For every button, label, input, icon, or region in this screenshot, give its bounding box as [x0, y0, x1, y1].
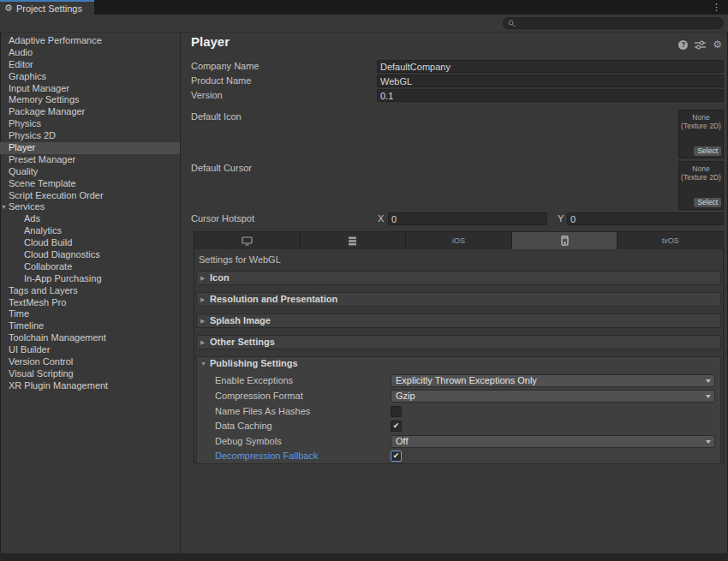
default-cursor-picker[interactable]: None (Texture 2D) Select	[678, 161, 724, 210]
tab-project-settings[interactable]: ⚙ Project Settings	[0, 0, 94, 15]
version-input[interactable]	[377, 89, 724, 102]
platform-tab-bar: iOS tvOS	[194, 232, 723, 249]
sidebar-item-time[interactable]: Time	[0, 308, 180, 320]
default-icon-picker[interactable]: None (Texture 2D) Select	[678, 110, 724, 158]
hotspot-x-input[interactable]	[388, 212, 547, 225]
sidebar-item-collaborate[interactable]: Collaborate	[0, 261, 180, 273]
search-input[interactable]	[516, 19, 723, 28]
sidebar-item-preset-manager[interactable]: Preset Manager	[0, 154, 180, 166]
section-resolution-and-presentation[interactable]: ▶ Resolution and Presentation	[196, 292, 721, 307]
sidebar-item-input-manager[interactable]: Input Manager	[0, 83, 180, 95]
section-splash-image[interactable]: ▶ Splash Image	[196, 313, 721, 328]
dropdown-value: Off	[396, 436, 408, 446]
help-icon[interactable]: ?	[678, 40, 688, 50]
data-caching-checkbox[interactable]: ✔	[391, 421, 402, 432]
toolbar	[0, 15, 728, 33]
sidebar-item-analytics[interactable]: Analytics	[0, 225, 180, 237]
section-title: Publishing Settings	[210, 358, 298, 368]
sidebar-item-services[interactable]: ▼ Services	[0, 201, 180, 213]
select-button[interactable]: Select	[694, 198, 721, 207]
section-title: Splash Image	[210, 315, 271, 325]
sidebar-item-script-execution-order[interactable]: Script Execution Order	[0, 190, 180, 202]
foldout-closed-icon: ▶	[200, 272, 205, 285]
tab-ios[interactable]: iOS	[406, 232, 512, 249]
sidebar-item-audio[interactable]: Audio	[0, 47, 180, 59]
gear-icon[interactable]: ⚙	[713, 39, 722, 50]
enable-exceptions-dropdown[interactable]: Explicitly Thrown Exceptions Only	[391, 374, 715, 387]
section-title: Icon	[210, 272, 230, 283]
sidebar-item-visual-scripting[interactable]: Visual Scripting	[0, 368, 180, 380]
webgl-icon	[561, 236, 569, 246]
section-other-settings[interactable]: ▶ Other Settings	[196, 335, 721, 349]
section-title: Resolution and Presentation	[210, 294, 337, 304]
default-icon-label: Default Icon	[191, 111, 242, 122]
company-name-input[interactable]	[377, 60, 724, 73]
name-files-as-hashes-checkbox[interactable]	[391, 406, 402, 417]
page-title: Player	[191, 34, 230, 49]
server-icon	[348, 236, 357, 246]
window-menu-kebab-icon[interactable]: ⋮	[712, 1, 721, 14]
sidebar-item-package-manager[interactable]: Package Manager	[0, 106, 180, 118]
sidebar-item-graphics[interactable]: Graphics	[0, 71, 180, 83]
sidebar-item-physics[interactable]: Physics	[0, 118, 180, 130]
product-name-label: Product Name	[191, 75, 251, 86]
enable-exceptions-label: Enable Exceptions	[215, 375, 293, 385]
sidebar-item-quality[interactable]: Quality	[0, 166, 180, 178]
sidebar-item-version-control[interactable]: Version Control	[0, 356, 180, 368]
decompression-fallback-row: Decompression Fallback ✔	[197, 450, 720, 463]
dropdown-arrow-icon	[706, 440, 711, 444]
player-settings-panel: Player ? ⚙ Company Name Product Name Ver…	[182, 33, 728, 553]
texture-none-text: None (Texture 2D)	[679, 164, 723, 182]
content-area: Adaptive Performance Audio Editor Graphi…	[0, 33, 728, 553]
cursor-hotspot-label: Cursor Hotspot	[191, 213, 254, 224]
sidebar-item-memory-settings[interactable]: Memory Settings	[0, 94, 180, 106]
sidebar-item-in-app-purchasing[interactable]: In-App Purchasing	[0, 273, 180, 285]
tab-tvos[interactable]: tvOS	[618, 232, 723, 249]
tab-standalone[interactable]	[194, 232, 301, 249]
sidebar-item-editor[interactable]: Editor	[0, 59, 180, 71]
tab-webgl[interactable]	[512, 232, 618, 249]
publishing-settings-header[interactable]: ▼ Publishing Settings	[197, 357, 720, 372]
sidebar-item-timeline[interactable]: Timeline	[0, 320, 180, 332]
sidebar-item-cloud-diagnostics[interactable]: Cloud Diagnostics	[0, 249, 180, 261]
section-icon[interactable]: ▶ Icon	[196, 271, 721, 285]
foldout-closed-icon: ▶	[200, 336, 205, 349]
sidebar-item-ads[interactable]: Ads	[0, 213, 180, 225]
name-files-as-hashes-label: Name Files As Hashes	[215, 406, 310, 416]
tab-dedicated-server[interactable]	[301, 232, 407, 249]
foldout-open-icon[interactable]: ▼	[1, 201, 7, 213]
platform-settings-box: iOS tvOS Settings for WebGL	[194, 231, 724, 463]
settings-for-label: Settings for WebGL	[199, 254, 281, 265]
sidebar-item-label: Services	[9, 201, 45, 212]
foldout-closed-icon: ▶	[200, 314, 205, 328]
sidebar-item-adaptive-performance[interactable]: Adaptive Performance	[0, 35, 180, 47]
hotspot-x-label: X	[378, 213, 384, 224]
search-field[interactable]	[503, 17, 724, 29]
sidebar-item-textmesh-pro[interactable]: TextMesh Pro	[0, 297, 180, 309]
sidebar-item-toolchain-management[interactable]: Toolchain Management	[0, 332, 180, 344]
sidebar-item-ui-builder[interactable]: UI Builder	[0, 344, 180, 356]
section-publishing-settings: ▼ Publishing Settings Enable Exceptions …	[196, 356, 721, 464]
settings-gear-icon: ⚙	[4, 3, 13, 14]
check-icon: ✔	[393, 421, 400, 430]
sidebar-item-cloud-build[interactable]: Cloud Build	[0, 237, 180, 249]
search-icon	[508, 20, 516, 27]
hotspot-y-input[interactable]	[567, 212, 724, 225]
sidebar-item-physics-2d[interactable]: Physics 2D	[0, 130, 180, 142]
dropdown-value: Gzip	[396, 391, 415, 401]
texture-none-text: None (Texture 2D)	[679, 113, 723, 130]
sidebar-item-tags-and-layers[interactable]: Tags and Layers	[0, 285, 180, 297]
ios-tab-label: iOS	[452, 236, 465, 245]
sidebar-item-player[interactable]: Player	[0, 142, 180, 154]
preset-icon[interactable]	[695, 40, 706, 50]
decompression-fallback-checkbox[interactable]: ✔	[391, 451, 402, 462]
select-button[interactable]: Select	[694, 146, 721, 156]
sidebar-item-scene-template[interactable]: Scene Template	[0, 178, 180, 190]
product-name-input[interactable]	[377, 75, 724, 87]
company-name-label: Company Name	[191, 61, 259, 71]
sidebar-item-xr-plugin-management[interactable]: XR Plugin Management	[0, 380, 180, 392]
debug-symbols-dropdown[interactable]: Off	[391, 435, 715, 448]
compression-format-dropdown[interactable]: Gzip	[391, 390, 715, 403]
settings-sidebar: Adaptive Performance Audio Editor Graphi…	[0, 33, 181, 553]
tvos-tab-label: tvOS	[662, 236, 679, 245]
